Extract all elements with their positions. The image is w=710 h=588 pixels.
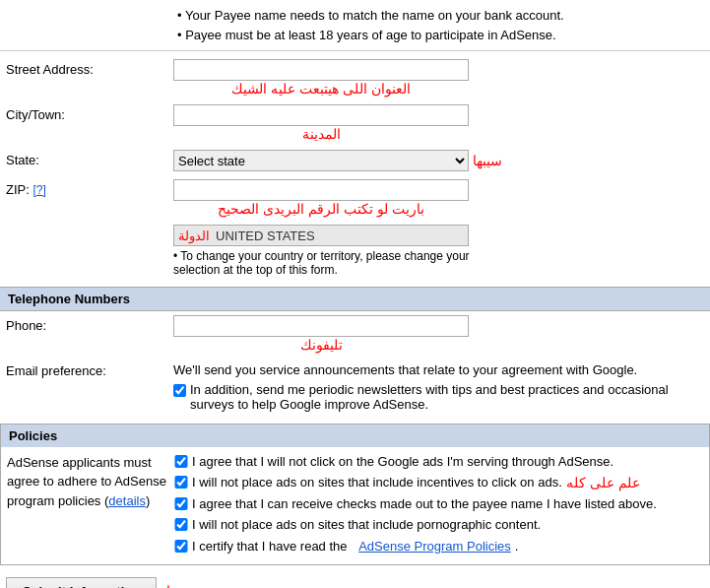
policy-item-4: I will not place ads on sites that inclu… <box>174 516 703 534</box>
country-hint-arabic: الدولة <box>178 229 210 243</box>
zip-hint: باريت لو تكتب الرقم البريدى الصحيح <box>173 201 469 217</box>
policy-text-5: I certify that I have read the <box>192 538 348 555</box>
policy-checkbox-1[interactable] <box>174 455 188 468</box>
zip-field: باريت لو تكتب الرقم البريدى الصحيح <box>173 179 704 217</box>
top-notice-line2: • Payee must be at least 18 years of age… <box>177 28 556 42</box>
policy-item-3: I agree that I can receive checks made o… <box>174 495 703 513</box>
email-pref-checkbox[interactable] <box>173 384 186 397</box>
phone-input[interactable] <box>173 315 469 337</box>
zip-row: ZIP: [?] باريت لو تكتب الرقم البريدى الص… <box>0 175 710 221</box>
country-row: الدولة UNITED STATES • To change your co… <box>0 221 710 281</box>
top-notice-line1: • Your Payee name needs to match the nam… <box>177 8 564 23</box>
street-field: العنوان اللى هيتبعت عليه الشيك <box>173 59 704 97</box>
policy-text-4: I will not place ads on sites that inclu… <box>192 516 541 534</box>
email-pref-checkbox-row: In addition, send me periodic newsletter… <box>173 382 704 412</box>
policies-section: Policies AdSense applicants must agree t… <box>0 424 710 565</box>
policy-checkbox-2[interactable] <box>174 476 188 489</box>
policies-header: Policies <box>1 425 709 447</box>
zip-help-link[interactable]: [?] <box>32 183 45 197</box>
city-hint: المدينة <box>173 126 469 142</box>
policies-body: AdSense applicants must agree to adhere … <box>1 447 709 564</box>
state-select[interactable]: Select state <box>173 150 469 171</box>
policy-text-3: I agree that I can receive checks made o… <box>192 495 657 513</box>
state-field: Select state سيبها <box>173 150 704 171</box>
country-display: الدولة UNITED STATES <box>173 225 469 246</box>
state-row: State: Select state سيبها <box>0 146 710 175</box>
submit-arabic-hint: وبوس هنا <box>166 583 220 588</box>
country-field: الدولة UNITED STATES • To change your co… <box>173 225 704 277</box>
email-pref-checkbox-label: In addition, send me periodic newsletter… <box>190 382 704 412</box>
adsense-policies-link[interactable]: AdSense Program Policies <box>358 538 511 555</box>
policies-left-text: AdSense applicants must agree to adhere … <box>7 453 174 558</box>
state-hint: سيبها <box>473 153 502 168</box>
policy-text-1: I agree that I will not click on the Goo… <box>192 453 613 471</box>
state-label: State: <box>6 150 173 167</box>
city-row: City/Town: المدينة <box>0 100 710 146</box>
country-value: UNITED STATES <box>216 229 315 243</box>
phone-hint: تليفونك <box>173 337 469 353</box>
policy-item-2: I will not place ads on sites that inclu… <box>174 474 703 493</box>
zip-label-text: ZIP: <box>6 182 30 197</box>
policy-item-1: I agree that I will not click on the Goo… <box>174 453 703 471</box>
policy-text-2: I will not place ads on sites that inclu… <box>192 474 562 491</box>
submit-row: Submit Information وبوس هنا <box>0 569 710 588</box>
phone-section-header: Telephone Numbers <box>0 287 710 311</box>
policy-checkbox-3[interactable] <box>174 497 188 510</box>
street-hint: العنوان اللى هيتبعت عليه الشيك <box>173 81 469 97</box>
policy-item-5: I certify that I have read the AdSense P… <box>174 538 703 555</box>
street-label: Street Address: <box>6 59 173 77</box>
policies-right: I agree that I will not click on the Goo… <box>174 453 703 558</box>
phone-label: Phone: <box>6 315 173 333</box>
policy-checkbox-4[interactable] <box>174 518 188 531</box>
email-pref-line1: We'll send you service announcements tha… <box>173 360 704 380</box>
phone-field: تليفونك <box>173 315 704 353</box>
policy-checkbox-5[interactable] <box>174 540 188 553</box>
phone-row: Phone: تليفونك <box>0 311 710 357</box>
email-pref-field: We'll send you service announcements tha… <box>173 360 704 412</box>
email-pref-label: Email preference: <box>6 360 173 378</box>
country-note: • To change your country or territory, p… <box>173 249 488 277</box>
zip-label: ZIP: [?] <box>6 179 173 197</box>
policy-text-2-arabic: علم على كله <box>566 474 640 493</box>
city-field: المدينة <box>173 104 704 142</box>
street-row: Street Address: العنوان اللى هيتبعت عليه… <box>0 55 710 100</box>
policy-text-5-end: . <box>515 538 519 555</box>
top-notice: • Your Payee name needs to match the nam… <box>0 0 710 51</box>
email-pref-row: Email preference: We'll send you service… <box>0 357 710 416</box>
city-input[interactable] <box>173 104 469 126</box>
address-form: Street Address: العنوان اللى هيتبعت عليه… <box>0 51 710 420</box>
submit-button[interactable]: Submit Information <box>6 577 157 588</box>
policies-details-link[interactable]: details <box>108 493 146 508</box>
city-label: City/Town: <box>6 104 173 122</box>
zip-input[interactable] <box>173 179 469 201</box>
street-input[interactable] <box>173 59 469 81</box>
country-label-space <box>6 225 173 228</box>
